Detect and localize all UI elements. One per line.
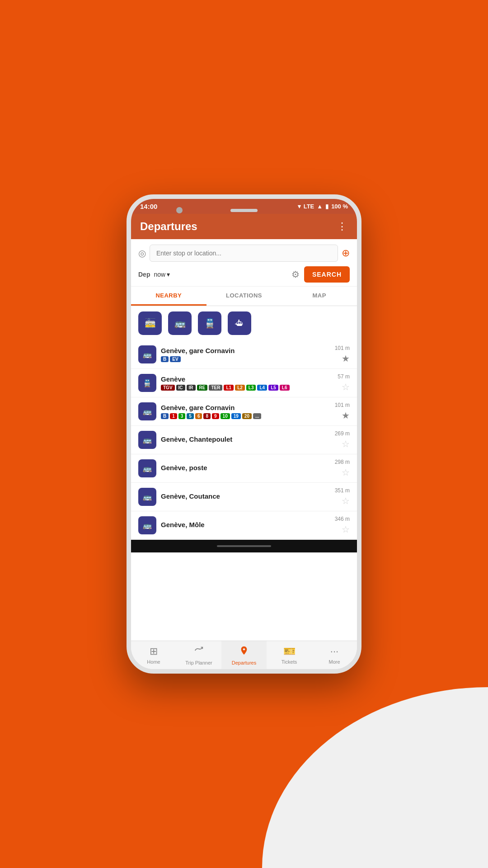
stop-right: 57 m☆ <box>323 373 350 392</box>
nav-item-tickets[interactable]: 🎫Tickets <box>267 641 312 669</box>
tab-nearby[interactable]: NEARBY <box>131 287 206 306</box>
list-item[interactable]: 🚌Genève, Chantepoulet269 m☆ <box>131 426 357 454</box>
nav-icon-trip-planner <box>194 646 204 658</box>
stop-distance: 346 m <box>335 516 350 522</box>
stop-transport-icon: 🚌 <box>138 402 156 420</box>
signal-icon: ▲ <box>317 203 323 210</box>
favorite-star-icon[interactable]: ☆ <box>342 524 350 535</box>
route-badge: B <box>161 356 169 362</box>
list-item[interactable]: 🚌Genève, Môle346 m☆ <box>131 511 357 540</box>
transport-icon-train[interactable]: 🚆 <box>198 311 221 335</box>
list-item[interactable]: 🚆GenèveTGVICIRRETERL1L2L3L4L5L657 m☆ <box>131 369 357 397</box>
stop-distance: 298 m <box>335 459 350 465</box>
favorite-star-icon[interactable]: ☆ <box>342 382 350 392</box>
route-badge: L4 <box>257 385 267 391</box>
battery-label: 100 % <box>331 203 348 210</box>
bg-curve <box>262 687 488 868</box>
stops-list: 🚌Genève, gare CornavinBEV101 m★🚆GenèveTG… <box>131 340 357 540</box>
route-badge: 5 <box>187 413 194 419</box>
nav-label-trip-planner: Trip Planner <box>185 660 212 665</box>
status-time: 14:00 <box>140 203 157 210</box>
route-badge: ... <box>253 413 261 419</box>
stop-info: Genève, Môle <box>161 521 318 530</box>
route-badge: IR <box>187 385 196 391</box>
stop-info: Genève, gare CornavinBEV <box>161 347 318 362</box>
nav-label-home: Home <box>147 659 160 665</box>
favorite-star-icon[interactable]: ★ <box>342 410 350 421</box>
route-badge: TGV <box>161 385 175 391</box>
stop-right: 298 m☆ <box>323 459 350 478</box>
list-item[interactable]: 🚌Genève, Coutance351 m☆ <box>131 483 357 511</box>
stop-name: Genève, gare Cornavin <box>161 347 318 354</box>
stop-name: Genève, Môle <box>161 521 318 528</box>
favorite-star-icon[interactable]: ☆ <box>342 495 350 506</box>
stop-badges: BEV <box>161 356 318 362</box>
route-badge: L1 <box>224 385 234 391</box>
nav-item-home[interactable]: ⊞Home <box>131 641 176 669</box>
search-button[interactable]: SEARCH <box>304 266 350 283</box>
list-item[interactable]: 🚌Genève, gare CornavinB135689101920...10… <box>131 397 357 426</box>
stop-info: Genève, poste <box>161 464 318 473</box>
stop-right: 346 m☆ <box>323 516 350 535</box>
nav-icon-more: ··· <box>330 646 338 657</box>
nav-icon-departures <box>239 646 249 658</box>
list-item[interactable]: 🚌Genève, poste298 m☆ <box>131 454 357 483</box>
phone-speaker <box>230 209 258 212</box>
stop-name: Genève, Chantepoulet <box>161 435 318 443</box>
settings-icon[interactable]: ⚙ <box>291 269 300 280</box>
stop-transport-icon: 🚌 <box>138 345 156 363</box>
tabs-bar: NEARBY LOCATIONS MAP <box>131 287 357 306</box>
bottom-navigation: ⊞HomeTrip PlannerDepartures🎫Tickets···Mo… <box>131 641 357 669</box>
dep-now-label: now <box>154 271 165 278</box>
search-row: ◎ ⊕ <box>138 245 350 262</box>
stop-info: Genève, Coutance <box>161 492 318 502</box>
favorite-star-icon[interactable]: ★ <box>342 353 350 364</box>
nav-item-more[interactable]: ···More <box>312 641 357 669</box>
stop-transport-icon: 🚆 <box>138 374 156 392</box>
phone-camera <box>176 207 183 213</box>
favorite-star-icon[interactable]: ☆ <box>342 467 350 478</box>
nav-item-departures[interactable]: Departures <box>221 641 267 669</box>
home-bar-line <box>217 545 271 547</box>
wifi-icon: ▾ <box>298 203 301 210</box>
dep-label: Dep <box>138 271 150 278</box>
stop-search-input[interactable] <box>150 245 338 262</box>
transport-icon-tram[interactable]: 🚋 <box>138 311 162 335</box>
nav-icon-home: ⊞ <box>150 646 158 657</box>
tab-locations[interactable]: LOCATIONS <box>206 287 282 306</box>
stop-distance: 101 m <box>335 345 350 351</box>
header-title: Departures <box>140 220 197 233</box>
gps-icon[interactable]: ⊕ <box>342 247 350 259</box>
search-area: ◎ ⊕ Dep now ▾ ⚙ SEARCH <box>131 239 357 286</box>
route-badge: IC <box>176 385 185 391</box>
route-badge: TER <box>209 385 222 391</box>
stop-info: Genève, gare CornavinB135689101920... <box>161 404 318 419</box>
status-right: ▾ LTE ▲ ▮ 100 % <box>298 203 348 210</box>
route-badge: 20 <box>242 413 252 419</box>
stop-name: Genève, poste <box>161 464 318 472</box>
stop-transport-icon: 🚌 <box>138 431 156 449</box>
stop-name: Genève, gare Cornavin <box>161 404 318 411</box>
route-badge: 1 <box>170 413 177 419</box>
nav-label-tickets: Tickets <box>282 659 297 665</box>
favorite-star-icon[interactable]: ☆ <box>342 439 350 449</box>
route-badge: L2 <box>235 385 245 391</box>
route-badge: L3 <box>246 385 256 391</box>
stop-transport-icon: 🚌 <box>138 459 156 477</box>
stop-transport-icon: 🚌 <box>138 488 156 506</box>
tab-map[interactable]: MAP <box>282 287 357 306</box>
nav-label-more: More <box>328 659 340 665</box>
transport-filter-row: 🚋 🚌 🚆 ⛴ <box>131 306 357 340</box>
departure-row: Dep now ▾ ⚙ SEARCH <box>138 266 350 283</box>
phone-frame: 14:00 ▾ LTE ▲ ▮ 100 % Departures ⋮ ◎ ⊕ D… <box>127 194 361 674</box>
route-badge: EV <box>170 356 180 362</box>
header-menu-button[interactable]: ⋮ <box>337 221 348 232</box>
transport-icon-bus[interactable]: 🚌 <box>168 311 192 335</box>
stop-distance: 57 m <box>338 373 350 380</box>
location-pin-icon: ◎ <box>138 248 146 259</box>
list-item[interactable]: 🚌Genève, gare CornavinBEV101 m★ <box>131 340 357 369</box>
transport-icon-ferry[interactable]: ⛴ <box>228 311 251 335</box>
nav-icon-tickets: 🎫 <box>283 646 296 657</box>
nav-item-trip-planner[interactable]: Trip Planner <box>176 641 221 669</box>
dep-now-selector[interactable]: now ▾ <box>154 271 170 278</box>
